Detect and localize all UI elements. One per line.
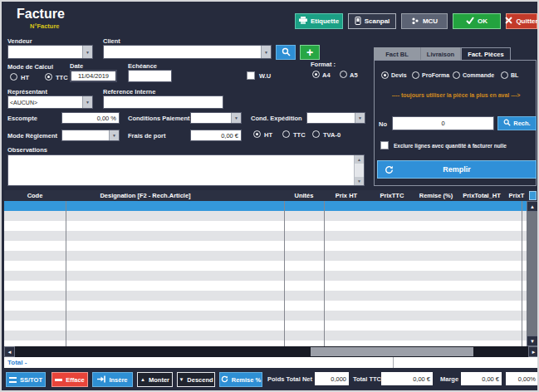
column-separator — [284, 201, 285, 346]
table-vscrollbar[interactable]: ▲ ▼ — [527, 201, 538, 346]
rech-button[interactable]: Rech. — [497, 116, 537, 130]
etiquette-label: Etiquette — [311, 17, 339, 25]
total-ttc-input[interactable]: 0,00 € — [381, 372, 433, 385]
list-icon — [9, 377, 17, 383]
radio-ttc-label: TTC — [56, 74, 68, 81]
table-body[interactable] — [4, 211, 527, 346]
hscroll-thumb[interactable] — [311, 347, 473, 356]
representant-label: Représentant — [7, 88, 47, 96]
frais-port-label: Frais de port — [128, 132, 165, 140]
chevron-down-icon: ▼ — [261, 46, 271, 58]
frais-port-input[interactable]: 0,00 € — [190, 130, 242, 141]
client-search-button[interactable] — [276, 45, 296, 60]
marge-input[interactable]: 0,00 € — [461, 372, 502, 385]
observations-scrollbar[interactable]: ▲ ▼ — [354, 155, 364, 185]
scanpal-button[interactable]: Scanpal — [348, 13, 396, 29]
radio-ttc[interactable] — [45, 73, 52, 81]
scroll-right-button[interactable]: ► — [528, 346, 539, 357]
scroll-down-icon[interactable]: ▼ — [355, 177, 364, 185]
ok-button[interactable]: OK — [453, 13, 501, 29]
reference-interne-label: Reference Interne — [103, 88, 155, 96]
date-label: Date — [70, 62, 83, 70]
search-icon — [282, 45, 291, 60]
mcu-button[interactable]: MCU — [401, 13, 448, 29]
monter-label: Monter — [149, 376, 169, 384]
insere-label: Insère — [109, 376, 127, 384]
table-hscrollbar[interactable]: ◄ ► — [4, 346, 539, 357]
date-input[interactable]: 11/04/2019 — [70, 70, 117, 82]
chevron-down-icon: ▼ — [231, 113, 241, 123]
close-icon — [505, 17, 512, 26]
radio-bl[interactable] — [501, 71, 508, 79]
col-prix-ht[interactable]: Prix HT — [336, 190, 357, 201]
escompte-input[interactable]: 0,00 % — [61, 112, 120, 124]
tab-fact-bl[interactable]: Fact BL — [374, 47, 421, 61]
radio-a4[interactable] — [312, 71, 320, 78]
col-prix-t[interactable]: PrixT — [509, 190, 525, 201]
table-row-selected[interactable] — [4, 201, 527, 211]
radio-devis-label: Devis — [391, 72, 407, 78]
refresh-icon — [385, 165, 394, 176]
representant-select[interactable]: <AUCUN>▼ — [7, 96, 93, 109]
radio-ht[interactable] — [10, 73, 17, 81]
total-ttc-label: Total TTC — [353, 375, 381, 383]
column-separator — [522, 201, 522, 346]
radio-bl-label: BL — [511, 72, 518, 78]
scroll-left-button[interactable]: ◄ — [4, 346, 15, 357]
plus-icon: + — [306, 47, 313, 58]
efface-button[interactable]: Efface — [51, 372, 88, 387]
remplir-button[interactable]: Remplir — [377, 160, 537, 179]
radio-devis[interactable] — [381, 71, 389, 79]
radio-a5[interactable] — [340, 71, 347, 78]
observations-textarea[interactable]: ▲ ▼ — [7, 154, 365, 186]
tab-livraison[interactable]: Livraison — [421, 47, 461, 61]
no-input[interactable]: 0 — [392, 116, 494, 130]
col-unites[interactable]: Unités — [295, 190, 314, 201]
marge-pct-input[interactable]: 0,00% — [506, 372, 538, 385]
quitter-button[interactable]: Quitter — [506, 13, 537, 29]
remise-button[interactable]: Remise % — [219, 372, 262, 387]
conditions-paiement-select[interactable]: ▼ — [190, 112, 242, 124]
col-code[interactable]: Code — [27, 190, 43, 201]
scroll-up-icon[interactable]: ▲ — [355, 155, 364, 164]
add-client-button[interactable]: + — [300, 45, 320, 60]
echeance-label: Echéance — [128, 62, 157, 70]
column-config-icon[interactable] — [529, 191, 537, 200]
minus-icon — [55, 379, 62, 381]
insere-button[interactable]: Insère — [92, 372, 133, 387]
radio-commande[interactable] — [453, 71, 460, 79]
cond-expedition-select[interactable]: ▼ — [306, 112, 365, 124]
col-prix-ttc[interactable]: PrixTTC — [380, 190, 404, 201]
reference-interne-input[interactable] — [103, 96, 223, 109]
up-arrow-icon: ▲ — [140, 377, 145, 382]
descend-button[interactable]: ▼ Descend — [177, 372, 215, 387]
monter-button[interactable]: ▲ Monter — [137, 372, 173, 387]
col-remise[interactable]: Remise (%) — [419, 190, 453, 201]
quitter-label: Quitter — [516, 17, 537, 25]
echeance-input[interactable] — [128, 70, 172, 82]
ss-tot-button[interactable]: SS/TOT — [6, 372, 46, 387]
vendeur-select[interactable]: ▼ — [7, 45, 93, 59]
total-row-separator — [393, 357, 394, 368]
col-designation[interactable]: Designation [F2 - Rech.Article] — [100, 190, 190, 201]
down-arrow-icon: ▼ — [179, 377, 184, 382]
representant-value: <AUCUN> — [10, 100, 37, 105]
scroll-down-button[interactable]: ▼ — [527, 336, 538, 346]
remise-label: Remise % — [232, 376, 261, 384]
facture-window: Facture N°Facture Etiquette Scanpal MCU … — [0, 0, 539, 392]
chevron-down-icon: ▼ — [355, 113, 365, 123]
exclude-checkbox[interactable] — [380, 141, 389, 149]
client-select[interactable]: ▼ — [103, 45, 272, 59]
radio-proforma-label: ProForma — [422, 72, 449, 78]
radio-tva-ttc[interactable] — [282, 130, 290, 138]
radio-tva-0[interactable] — [312, 130, 320, 138]
mode-reglement-select[interactable]: ▼ — [61, 130, 120, 141]
col-prix-total-ht[interactable]: PrixTotal_HT — [463, 190, 501, 201]
etiquette-button[interactable]: Etiquette — [295, 13, 343, 29]
scroll-up-button[interactable]: ▲ — [527, 201, 538, 212]
poids-input[interactable]: 0,000 — [315, 372, 349, 385]
tab-fact-pieces[interactable]: Fact. Pièces — [461, 47, 511, 61]
wu-checkbox[interactable] — [247, 71, 255, 80]
radio-proforma[interactable] — [412, 71, 419, 79]
radio-tva-ht[interactable] — [253, 130, 261, 138]
